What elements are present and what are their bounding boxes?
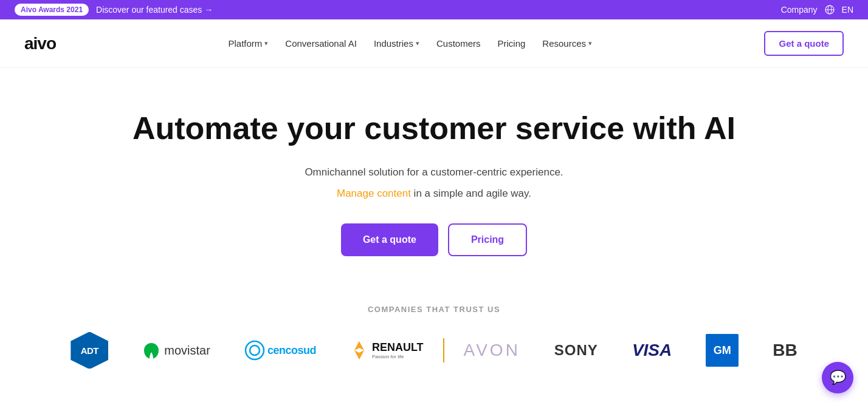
adt-logo: ADT xyxy=(71,332,108,369)
lang-label[interactable]: EN xyxy=(842,5,853,15)
hero-pricing-button[interactable]: Pricing xyxy=(448,223,527,256)
nav-item-customers[interactable]: Customers xyxy=(430,35,487,52)
renault-logo: RENAULT Passion for life xyxy=(350,339,424,361)
highlight-text: Manage content xyxy=(337,188,411,199)
chat-icon: 💬 xyxy=(830,370,846,386)
logo-divider xyxy=(443,338,444,362)
list-item: BB xyxy=(756,332,814,369)
renault-name: RENAULT xyxy=(372,341,424,354)
list-item: ADT xyxy=(53,332,125,369)
nav-item-platform[interactable]: Platform ▾ xyxy=(222,35,274,52)
nav-link-conversational[interactable]: Conversational AI xyxy=(279,35,363,52)
bb-logo: BB xyxy=(773,341,797,360)
movistar-icon xyxy=(142,341,160,359)
movistar-logo: movistar xyxy=(142,341,210,359)
avon-logo: AVON xyxy=(464,341,520,360)
nav-links: Platform ▾ Conversational AI Industries … xyxy=(222,35,598,52)
nav-link-platform[interactable]: Platform ▾ xyxy=(222,35,274,52)
globe-icon xyxy=(825,5,835,15)
hero-section: Automate your customer service with AI O… xyxy=(0,68,868,287)
list-item: AVON xyxy=(447,332,537,369)
hero-get-quote-button[interactable]: Get a quote xyxy=(341,223,438,256)
hero-subline2: Manage content in a simple and agile way… xyxy=(12,185,856,202)
nav-get-quote-button[interactable]: Get a quote xyxy=(764,31,844,56)
companies-section: COMPANIES THAT TRUST US ADT movistar cen… xyxy=(0,287,868,393)
hero-buttons: Get a quote Pricing xyxy=(12,223,856,256)
list-item: cencosud xyxy=(227,332,333,369)
chat-widget-button[interactable]: 💬 xyxy=(822,362,853,393)
svg-point-4 xyxy=(250,345,260,355)
company-label: Company xyxy=(781,5,818,15)
movistar-text: movistar xyxy=(164,344,210,358)
renault-tagline: Passion for life xyxy=(372,354,404,359)
banner-link[interactable]: Discover our featured cases → xyxy=(96,5,213,15)
nav-item-industries[interactable]: Industries ▾ xyxy=(368,35,425,52)
cencosud-text: cencosud xyxy=(267,344,316,357)
banner-right: Company EN xyxy=(781,5,853,15)
nav-link-pricing[interactable]: Pricing xyxy=(491,35,531,52)
logo-text: aivo xyxy=(24,34,56,53)
nav-link-resources[interactable]: Resources ▾ xyxy=(536,35,598,52)
cencosud-icon xyxy=(244,340,265,361)
hero-subline1: Omnichannel solution for a customer-cent… xyxy=(12,164,856,180)
svg-marker-8 xyxy=(354,341,359,350)
list-item: GM xyxy=(689,332,756,369)
visa-logo: VISA xyxy=(632,341,672,360)
svg-point-3 xyxy=(246,341,264,359)
nav-item-resources[interactable]: Resources ▾ xyxy=(536,35,598,52)
renault-icon xyxy=(350,339,368,361)
chevron-down-icon: ▾ xyxy=(264,39,268,47)
renault-text-block: RENAULT Passion for life xyxy=(372,341,424,359)
nav-link-industries[interactable]: Industries ▾ xyxy=(368,35,425,52)
banner-link-text: Discover our featured cases → xyxy=(96,5,213,15)
list-item: VISA xyxy=(615,332,689,369)
nav-item-pricing[interactable]: Pricing xyxy=(491,35,531,52)
hero-headline: Automate your customer service with AI xyxy=(12,110,856,147)
logo[interactable]: aivo xyxy=(24,34,56,53)
list-item: RENAULT Passion for life xyxy=(333,332,441,369)
chevron-down-icon: ▾ xyxy=(416,39,419,47)
svg-marker-9 xyxy=(359,350,364,359)
logos-row: ADT movistar cencosud xyxy=(24,332,844,369)
list-item: SONY xyxy=(537,332,615,369)
nav-item-conversational[interactable]: Conversational AI xyxy=(279,35,363,52)
companies-label: COMPANIES THAT TRUST US xyxy=(24,305,844,314)
gm-logo: GM xyxy=(706,334,739,367)
banner-left: Aivo Awards 2021 Discover our featured c… xyxy=(15,4,213,16)
top-banner: Aivo Awards 2021 Discover our featured c… xyxy=(0,0,868,19)
navbar: aivo Platform ▾ Conversational AI Indust… xyxy=(0,19,868,68)
sony-logo: SONY xyxy=(554,342,598,359)
list-item: movistar xyxy=(125,332,227,369)
chevron-down-icon: ▾ xyxy=(588,39,592,47)
awards-badge: Aivo Awards 2021 xyxy=(15,4,89,16)
nav-link-customers[interactable]: Customers xyxy=(430,35,487,52)
